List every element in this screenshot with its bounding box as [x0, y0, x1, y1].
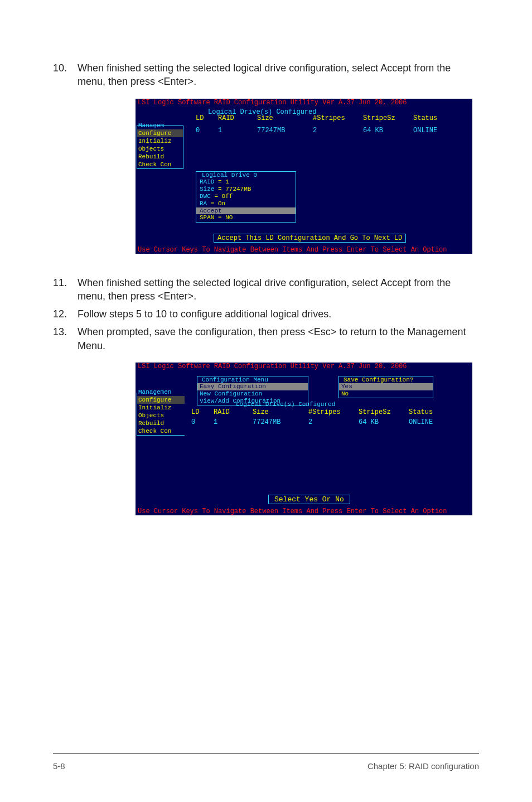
- menu-item-checkcon[interactable]: Check Con: [137, 427, 185, 435]
- menu-item-configure[interactable]: Configure: [137, 129, 183, 137]
- menu-item-configure[interactable]: Configure: [137, 396, 185, 404]
- menu-item-objects[interactable]: Objects: [137, 412, 185, 419]
- cell-raid: 1: [218, 127, 257, 134]
- step-text: When finished setting the selected logic…: [78, 61, 479, 89]
- step-text: When finished setting the selected logic…: [78, 276, 479, 303]
- side-menu: Managemen Configure Initializ Objects Re…: [137, 393, 185, 436]
- ld-raid: RAID = 1: [196, 178, 296, 186]
- ld-accept[interactable]: Accept: [196, 207, 296, 214]
- select-bar[interactable]: Select Yes Or No: [268, 495, 350, 504]
- cell-ld: 0: [191, 418, 214, 426]
- bios-title-bar: LSI Logic Software RAID Configuration Ut…: [136, 363, 472, 370]
- save-configuration-box: Save Configuration? Yes No: [338, 376, 433, 398]
- bios-title-bar: LSI Logic Software RAID Configuration Ut…: [136, 99, 472, 107]
- hdr-raid: RAID: [218, 114, 257, 122]
- side-menu-title: Managem: [137, 122, 183, 129]
- pane-title: Logical Drive(s) Configured: [236, 401, 335, 408]
- menu-item-objects[interactable]: Objects: [137, 145, 183, 153]
- table-row: 0 1 77247MB 2 64 KB ONLINE: [196, 127, 469, 134]
- conf-menu-title: Configuration Menu: [201, 376, 269, 383]
- bios-screenshot-1: LSI Logic Software RAID Configuration Ut…: [136, 99, 472, 254]
- cell-raid: 1: [214, 418, 253, 426]
- hdr-size: Size: [257, 114, 313, 122]
- step-12: 12. Follow steps 5 to 10 to configure ad…: [53, 307, 479, 321]
- save-no[interactable]: No: [339, 390, 433, 398]
- cell-status: ONLINE: [409, 418, 453, 426]
- conf-easy[interactable]: Easy Configuration: [197, 383, 308, 390]
- table-row: 0 1 77247MB 2 64 KB ONLINE: [191, 418, 469, 426]
- cell-ld: 0: [196, 127, 218, 134]
- hdr-stripesz: StripeSz: [359, 408, 409, 416]
- step-11: 11. When finished setting the selected l…: [53, 276, 479, 303]
- menu-item-checkcon[interactable]: Check Con: [137, 161, 183, 168]
- cell-stripes: 2: [308, 418, 359, 426]
- page-footer: 5-8 Chapter 5: RAID configuration: [0, 753, 532, 771]
- step-number: 13.: [53, 325, 78, 352]
- step-text: When prompted, save the configuration, t…: [78, 325, 479, 352]
- bios-bottom-bar: Use Cursor Keys To Navigate Between Item…: [136, 246, 472, 254]
- save-yes[interactable]: Yes: [339, 383, 433, 390]
- page-body: 10. When finished setting the selected l…: [0, 0, 532, 515]
- save-title: Save Configuration?: [342, 376, 414, 383]
- menu-item-rebuild[interactable]: Rebuild: [137, 153, 183, 161]
- instruction-list: 10. When finished setting the selected l…: [53, 61, 479, 89]
- ld-size: Size = 77247MB: [196, 186, 296, 193]
- step-10: 10. When finished setting the selected l…: [53, 61, 479, 89]
- step-number: 12.: [53, 307, 78, 321]
- bios-screen: Configuration Menu Easy Configuration Ne…: [136, 370, 472, 508]
- ld-ra: RA = On: [196, 200, 296, 207]
- ld-span: SPAN = NO: [196, 214, 296, 221]
- conf-new[interactable]: New Configuration: [197, 390, 308, 398]
- hdr-size: Size: [253, 408, 308, 416]
- hdr-stripes: #Stripes: [308, 408, 359, 416]
- cell-status: ONLINE: [413, 127, 458, 134]
- hdr-raid: RAID: [214, 408, 253, 416]
- hdr-stripes: #Stripes: [313, 114, 363, 122]
- menu-item-rebuild[interactable]: Rebuild: [137, 419, 185, 427]
- hdr-stripesz: StripeSz: [363, 114, 413, 122]
- bios-screenshot-2: LSI Logic Software RAID Configuration Ut…: [136, 363, 472, 515]
- logical-drive-box: Logical Drive 0 RAID = 1 Size = 77247MB …: [196, 171, 296, 223]
- hdr-status: Status: [413, 114, 458, 122]
- accept-bar[interactable]: Accept This LD Configuration And Go To N…: [214, 234, 406, 243]
- step-number: 11.: [53, 276, 78, 303]
- step-13: 13. When prompted, save the configuratio…: [53, 325, 479, 352]
- step-text: Follow steps 5 to 10 to configure additi…: [78, 307, 479, 321]
- ld-box-title: Logical Drive 0: [201, 172, 258, 178]
- table-header: LD RAID Size #Stripes StripeSz Status: [196, 114, 469, 122]
- table-header: LD RAID Size #Stripes StripeSz Status: [191, 408, 469, 416]
- bios-bottom-bar: Use Cursor Keys To Navigate Between Item…: [136, 508, 472, 515]
- bios-screen: Logical Drive(s) Configured LD RAID Size…: [136, 107, 472, 246]
- menu-item-initialize[interactable]: Initializ: [137, 404, 185, 412]
- footer-row: 5-8 Chapter 5: RAID configuration: [53, 761, 479, 771]
- cell-size: 77247MB: [253, 418, 308, 426]
- side-menu: Managem Configure Initializ Objects Rebu…: [137, 125, 183, 169]
- instruction-list-2: 11. When finished setting the selected l…: [53, 276, 479, 352]
- hdr-status: Status: [409, 408, 453, 416]
- cell-size: 77247MB: [257, 127, 313, 134]
- side-menu-title: Managemen: [137, 388, 185, 396]
- hdr-ld: LD: [191, 408, 214, 416]
- ld-dwc: DWC = Off: [196, 193, 296, 200]
- page-number: 5-8: [53, 761, 65, 771]
- menu-item-initialize[interactable]: Initializ: [137, 137, 183, 145]
- cell-stripesz: 64 KB: [359, 418, 409, 426]
- hdr-ld: LD: [196, 114, 218, 122]
- chapter-label: Chapter 5: RAID configuration: [367, 761, 479, 771]
- cell-stripes: 2: [313, 127, 363, 134]
- cell-stripesz: 64 KB: [363, 127, 413, 134]
- step-number: 10.: [53, 61, 78, 89]
- footer-rule: [53, 753, 479, 753]
